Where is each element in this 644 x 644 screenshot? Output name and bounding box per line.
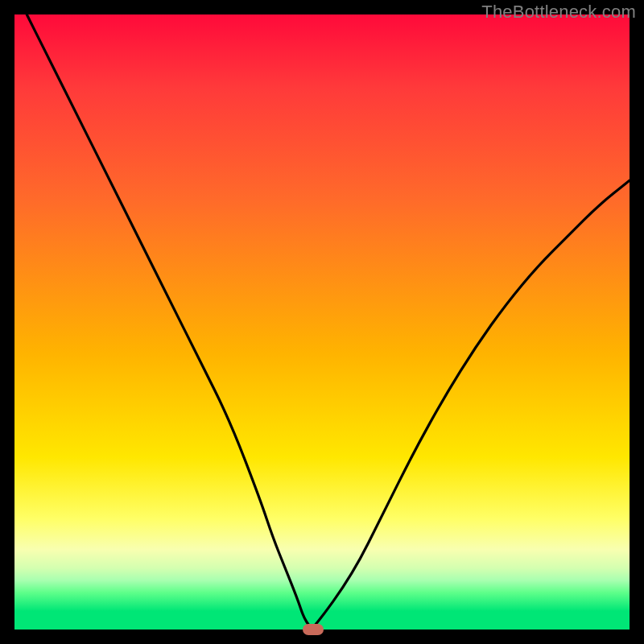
bottleneck-curve: [14, 14, 630, 630]
optimum-marker: [303, 624, 324, 635]
plot-area: [14, 14, 630, 630]
chart-frame: TheBottleneck.com: [0, 0, 644, 644]
